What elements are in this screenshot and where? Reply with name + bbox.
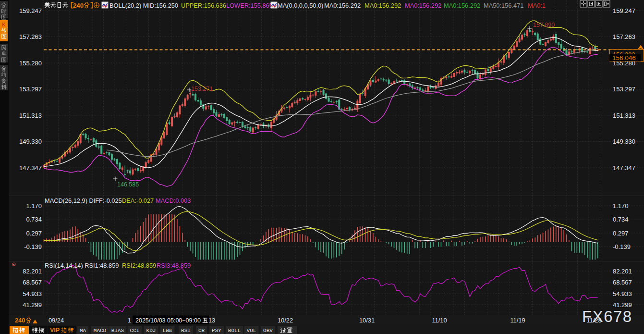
- svg-text:RSI(14,14,14) RSI1:48.859: RSI(14,14,14) RSI1:48.859: [45, 262, 119, 269]
- svg-text:RSI3:48.859: RSI3:48.859: [157, 262, 191, 269]
- svg-text:54.933: 54.933: [23, 290, 42, 297]
- svg-text:153.297: 153.297: [19, 86, 42, 93]
- svg-text:153.271: 153.271: [191, 86, 213, 92]
- svg-text:10/22: 10/22: [278, 317, 293, 324]
- svg-text:MA50:156.471: MA50:156.471: [484, 2, 523, 9]
- svg-text:157.263: 157.263: [19, 33, 42, 40]
- svg-text:MACD: MACD: [94, 328, 107, 334]
- svg-text:159.247: 159.247: [613, 7, 635, 14]
- svg-text:153.297: 153.297: [613, 86, 635, 93]
- svg-text:151.313: 151.313: [613, 112, 635, 119]
- svg-text:82.201: 82.201: [613, 268, 632, 275]
- svg-text:68.567: 68.567: [23, 279, 42, 286]
- svg-text:BOLL: BOLL: [228, 328, 241, 334]
- svg-text:1: 1: [127, 317, 131, 324]
- svg-text:151.313: 151.313: [19, 112, 42, 119]
- svg-text:11/19: 11/19: [510, 317, 525, 324]
- svg-text:MA(0,0,0,0,50,0): MA(0,0,0,0,50,0): [278, 2, 323, 9]
- svg-text:149.330: 149.330: [19, 138, 42, 145]
- svg-text:82.201: 82.201: [23, 268, 42, 275]
- svg-text:OBV: OBV: [263, 328, 273, 334]
- svg-text:10/31: 10/31: [359, 317, 375, 324]
- svg-text:240: 240: [73, 2, 84, 9]
- svg-text:MA0:156.292: MA0:156.292: [324, 2, 361, 9]
- svg-text:LW&: LW&: [163, 328, 172, 334]
- svg-text:0.734: 0.734: [26, 216, 42, 223]
- svg-text:MA0:1: MA0:1: [528, 2, 546, 9]
- svg-text:0.297: 0.297: [613, 230, 629, 237]
- svg-text:MA0:156.292: MA0:156.292: [365, 2, 401, 9]
- svg-text:09/24: 09/24: [49, 317, 64, 324]
- svg-text:157.890: 157.890: [533, 22, 555, 28]
- svg-text:68.567: 68.567: [613, 279, 632, 286]
- svg-text:11/10: 11/10: [432, 317, 447, 324]
- svg-text:0.297: 0.297: [26, 230, 42, 237]
- svg-text:LOWER:155.865: LOWER:155.865: [226, 2, 273, 9]
- svg-text:BIAS: BIAS: [111, 328, 124, 334]
- svg-text:41.299: 41.299: [23, 301, 42, 309]
- svg-text:RSI: RSI: [181, 328, 191, 334]
- svg-text:0.734: 0.734: [613, 216, 629, 223]
- svg-text:VIP: VIP: [50, 327, 60, 334]
- svg-text:2025/10/03 05:00~09:00: 2025/10/03 05:00~09:00: [135, 317, 201, 324]
- svg-text:MA: MA: [80, 328, 86, 334]
- svg-text:MA0:156.292: MA0:156.292: [405, 2, 441, 9]
- svg-text:240: 240: [15, 317, 25, 324]
- svg-text:FX678: FX678: [582, 308, 632, 325]
- svg-text:CR: CR: [198, 328, 205, 334]
- svg-text:157.263: 157.263: [613, 33, 635, 40]
- svg-text:CCI: CCI: [130, 328, 140, 334]
- svg-text:UPPER:156.636: UPPER:156.636: [181, 2, 226, 9]
- svg-text:MACD(26,12,9) DIFF:-0.025: MACD(26,12,9) DIFF:-0.025: [45, 197, 122, 204]
- svg-text:BOLL(20,2) MID:156.250: BOLL(20,2) MID:156.250: [109, 2, 178, 9]
- svg-text:PSY: PSY: [212, 328, 221, 334]
- svg-text:155.280: 155.280: [19, 60, 42, 67]
- svg-text:146.585: 146.585: [117, 181, 139, 188]
- svg-text:RSI2:48.859: RSI2:48.859: [122, 262, 156, 269]
- svg-text:KDJ: KDJ: [146, 328, 156, 334]
- svg-text:DEA:-0.027: DEA:-0.027: [122, 197, 154, 204]
- svg-text:147.347: 147.347: [19, 164, 42, 172]
- svg-text:1.170: 1.170: [26, 202, 42, 210]
- svg-text:147.347: 147.347: [613, 164, 635, 172]
- svg-text:MA0:156.292: MA0:156.292: [444, 2, 480, 9]
- svg-text:1.170: 1.170: [613, 202, 629, 210]
- svg-text:VOL: VOL: [247, 328, 256, 334]
- svg-text:-0.139: -0.139: [24, 243, 42, 250]
- svg-text:-0.139: -0.139: [613, 243, 631, 250]
- svg-text:K: K: [2, 22, 6, 27]
- svg-text:159.247: 159.247: [19, 7, 42, 14]
- svg-text:156.046: 156.046: [612, 54, 636, 62]
- svg-text:MACD:0.003: MACD:0.003: [156, 197, 191, 204]
- svg-text:149.330: 149.330: [613, 138, 635, 145]
- svg-text:13: 13: [208, 317, 215, 324]
- svg-text:54.933: 54.933: [613, 290, 632, 297]
